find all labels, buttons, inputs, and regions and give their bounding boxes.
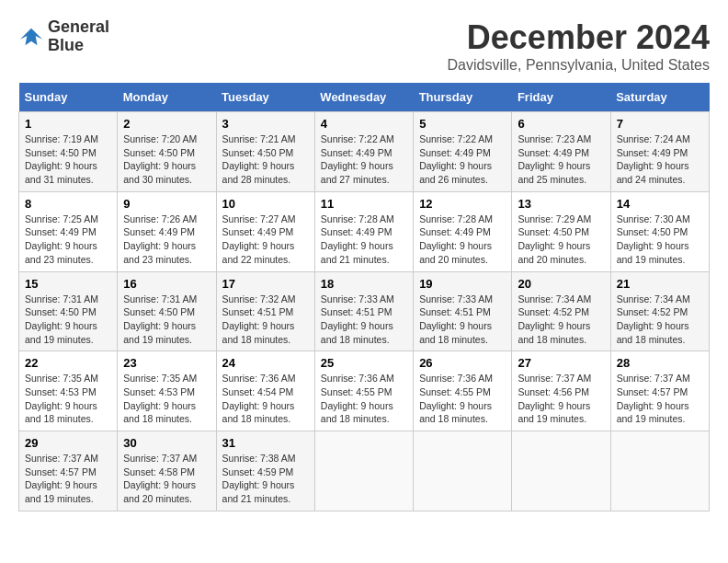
calendar-cell: 25 Sunrise: 7:36 AM Sunset: 4:55 PM Dayl… (314, 351, 413, 431)
day-number: 27 (518, 356, 604, 370)
calendar-cell: 22 Sunrise: 7:35 AM Sunset: 4:53 PM Dayl… (19, 351, 118, 431)
day-detail: Sunrise: 7:36 AM Sunset: 4:55 PM Dayligh… (419, 373, 493, 424)
day-number: 22 (25, 356, 111, 370)
logo: General Blue (18, 18, 109, 55)
calendar-body: 1 Sunrise: 7:19 AM Sunset: 4:50 PM Dayli… (19, 112, 710, 511)
calendar-week-row: 15 Sunrise: 7:31 AM Sunset: 4:50 PM Dayl… (19, 271, 710, 351)
day-header-wednesday: Wednesday (314, 83, 413, 112)
day-number: 16 (123, 277, 210, 291)
day-number: 11 (321, 197, 407, 211)
calendar-cell: 18 Sunrise: 7:33 AM Sunset: 4:51 PM Dayl… (314, 271, 413, 351)
day-number: 24 (222, 356, 309, 370)
calendar-title: December 2024 (448, 18, 710, 57)
day-detail: Sunrise: 7:31 AM Sunset: 4:50 PM Dayligh… (25, 293, 98, 345)
calendar-cell: 16 Sunrise: 7:31 AM Sunset: 4:50 PM Dayl… (118, 271, 216, 351)
day-number: 20 (518, 277, 604, 291)
day-detail: Sunrise: 7:36 AM Sunset: 4:54 PM Dayligh… (222, 373, 296, 424)
day-header-saturday: Saturday (610, 83, 709, 112)
day-number: 17 (222, 277, 309, 291)
day-number: 14 (617, 197, 703, 211)
calendar-cell: 10 Sunrise: 7:27 AM Sunset: 4:49 PM Dayl… (216, 191, 314, 271)
day-number: 23 (123, 356, 210, 370)
day-number: 4 (321, 117, 407, 131)
day-detail: Sunrise: 7:29 AM Sunset: 4:50 PM Dayligh… (518, 213, 591, 265)
day-detail: Sunrise: 7:37 AM Sunset: 4:57 PM Dayligh… (617, 373, 690, 424)
calendar-cell: 19 Sunrise: 7:33 AM Sunset: 4:51 PM Dayl… (414, 271, 512, 351)
day-number: 29 (25, 436, 111, 450)
day-detail: Sunrise: 7:19 AM Sunset: 4:50 PM Dayligh… (25, 133, 98, 185)
day-detail: Sunrise: 7:34 AM Sunset: 4:52 PM Dayligh… (518, 293, 591, 345)
day-detail: Sunrise: 7:28 AM Sunset: 4:49 PM Dayligh… (419, 213, 493, 265)
day-detail: Sunrise: 7:28 AM Sunset: 4:49 PM Dayligh… (321, 213, 394, 265)
calendar-header-row: SundayMondayTuesdayWednesdayThursdayFrid… (19, 83, 710, 112)
day-number: 13 (518, 197, 604, 211)
calendar-cell: 9 Sunrise: 7:26 AM Sunset: 4:49 PM Dayli… (118, 191, 216, 271)
calendar-cell: 7 Sunrise: 7:24 AM Sunset: 4:49 PM Dayli… (610, 112, 709, 192)
day-detail: Sunrise: 7:26 AM Sunset: 4:49 PM Dayligh… (123, 213, 197, 265)
logo-text: General Blue (48, 18, 109, 55)
calendar-cell: 17 Sunrise: 7:32 AM Sunset: 4:51 PM Dayl… (216, 271, 314, 351)
day-header-tuesday: Tuesday (216, 83, 314, 112)
calendar-cell: 3 Sunrise: 7:21 AM Sunset: 4:50 PM Dayli… (216, 112, 314, 192)
day-detail: Sunrise: 7:22 AM Sunset: 4:49 PM Dayligh… (419, 133, 493, 185)
day-number: 15 (25, 277, 111, 291)
calendar-cell (512, 431, 610, 511)
day-number: 8 (25, 197, 111, 211)
day-number: 26 (419, 356, 506, 370)
calendar-week-row: 1 Sunrise: 7:19 AM Sunset: 4:50 PM Dayli… (19, 112, 710, 192)
day-detail: Sunrise: 7:21 AM Sunset: 4:50 PM Dayligh… (222, 133, 296, 185)
calendar-week-row: 22 Sunrise: 7:35 AM Sunset: 4:53 PM Dayl… (19, 351, 710, 431)
day-header-friday: Friday (512, 83, 610, 112)
calendar-cell: 8 Sunrise: 7:25 AM Sunset: 4:49 PM Dayli… (19, 191, 118, 271)
calendar-cell: 6 Sunrise: 7:23 AM Sunset: 4:49 PM Dayli… (512, 112, 610, 192)
title-section: December 2024 Davidsville, Pennsylvania,… (448, 18, 710, 74)
day-detail: Sunrise: 7:20 AM Sunset: 4:50 PM Dayligh… (123, 133, 197, 185)
calendar-cell: 13 Sunrise: 7:29 AM Sunset: 4:50 PM Dayl… (512, 191, 610, 271)
day-detail: Sunrise: 7:33 AM Sunset: 4:51 PM Dayligh… (419, 293, 493, 345)
day-detail: Sunrise: 7:37 AM Sunset: 4:58 PM Dayligh… (123, 453, 197, 504)
calendar-cell: 11 Sunrise: 7:28 AM Sunset: 4:49 PM Dayl… (314, 191, 413, 271)
logo-icon (18, 24, 44, 50)
day-detail: Sunrise: 7:37 AM Sunset: 4:57 PM Dayligh… (25, 453, 98, 504)
day-number: 12 (419, 197, 506, 211)
day-number: 7 (617, 117, 703, 131)
day-number: 2 (123, 117, 210, 131)
calendar-cell: 28 Sunrise: 7:37 AM Sunset: 4:57 PM Dayl… (610, 351, 709, 431)
calendar-cell: 12 Sunrise: 7:28 AM Sunset: 4:49 PM Dayl… (414, 191, 512, 271)
day-detail: Sunrise: 7:23 AM Sunset: 4:49 PM Dayligh… (518, 133, 591, 185)
day-number: 1 (25, 117, 111, 131)
calendar-cell: 29 Sunrise: 7:37 AM Sunset: 4:57 PM Dayl… (19, 431, 118, 511)
day-detail: Sunrise: 7:37 AM Sunset: 4:56 PM Dayligh… (518, 373, 591, 424)
calendar-cell: 20 Sunrise: 7:34 AM Sunset: 4:52 PM Dayl… (512, 271, 610, 351)
day-header-monday: Monday (118, 83, 216, 112)
calendar-cell: 21 Sunrise: 7:34 AM Sunset: 4:52 PM Dayl… (610, 271, 709, 351)
day-number: 30 (123, 436, 210, 450)
day-detail: Sunrise: 7:36 AM Sunset: 4:55 PM Dayligh… (321, 373, 394, 424)
day-number: 19 (419, 277, 506, 291)
day-header-sunday: Sunday (19, 83, 118, 112)
day-detail: Sunrise: 7:25 AM Sunset: 4:49 PM Dayligh… (25, 213, 98, 265)
day-number: 21 (617, 277, 703, 291)
day-detail: Sunrise: 7:32 AM Sunset: 4:51 PM Dayligh… (222, 293, 296, 345)
day-detail: Sunrise: 7:24 AM Sunset: 4:49 PM Dayligh… (617, 133, 690, 185)
day-detail: Sunrise: 7:35 AM Sunset: 4:53 PM Dayligh… (25, 373, 98, 424)
day-header-thursday: Thursday (414, 83, 512, 112)
day-number: 31 (222, 436, 309, 450)
day-number: 5 (419, 117, 506, 131)
calendar-cell: 14 Sunrise: 7:30 AM Sunset: 4:50 PM Dayl… (610, 191, 709, 271)
calendar-cell (314, 431, 413, 511)
calendar-cell: 15 Sunrise: 7:31 AM Sunset: 4:50 PM Dayl… (19, 271, 118, 351)
day-detail: Sunrise: 7:27 AM Sunset: 4:49 PM Dayligh… (222, 213, 296, 265)
calendar-week-row: 29 Sunrise: 7:37 AM Sunset: 4:57 PM Dayl… (19, 431, 710, 511)
calendar-cell (414, 431, 512, 511)
day-detail: Sunrise: 7:31 AM Sunset: 4:50 PM Dayligh… (123, 293, 197, 345)
calendar-cell: 5 Sunrise: 7:22 AM Sunset: 4:49 PM Dayli… (414, 112, 512, 192)
day-number: 18 (321, 277, 407, 291)
calendar-week-row: 8 Sunrise: 7:25 AM Sunset: 4:49 PM Dayli… (19, 191, 710, 271)
day-detail: Sunrise: 7:30 AM Sunset: 4:50 PM Dayligh… (617, 213, 690, 265)
day-number: 9 (123, 197, 210, 211)
day-number: 10 (222, 197, 309, 211)
calendar-cell: 30 Sunrise: 7:37 AM Sunset: 4:58 PM Dayl… (118, 431, 216, 511)
day-number: 3 (222, 117, 309, 131)
page-header: General Blue December 2024 Davidsville, … (18, 18, 710, 74)
